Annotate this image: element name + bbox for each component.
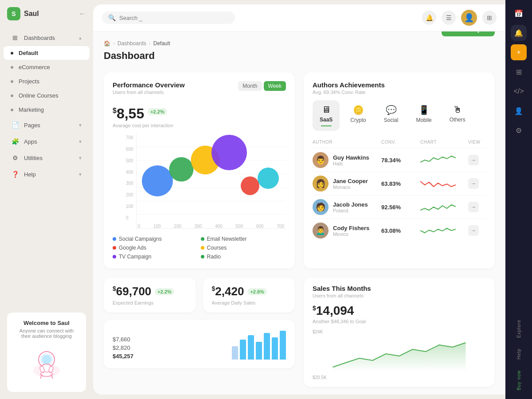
avatar: 👨 bbox=[313, 152, 329, 168]
rail-settings-icon[interactable]: ⚙ bbox=[511, 122, 527, 138]
welcome-subtitle: Anyone can connect with their audience b… bbox=[14, 328, 79, 339]
svg-point-7 bbox=[40, 372, 53, 376]
author-info: 🧑 Jacob Jones Poland bbox=[313, 199, 378, 215]
view-button[interactable]: → bbox=[468, 178, 479, 189]
authors-subtitle: Avg. 69.34% Conv. Rate bbox=[313, 90, 385, 95]
cat-tab-saas[interactable]: 🖥 SaaS bbox=[313, 100, 340, 131]
cat-tab-mobile[interactable]: 📱 Mobile bbox=[409, 100, 438, 131]
rail-user-icon[interactable]: 👤 bbox=[511, 103, 527, 119]
amount-2: $2,820 bbox=[113, 344, 133, 351]
view-button[interactable]: → bbox=[468, 155, 479, 165]
legend-item: Social Campaigns bbox=[113, 236, 198, 242]
nav-dot bbox=[11, 80, 13, 83]
search-box[interactable]: 🔍 bbox=[102, 12, 235, 24]
cat-tab-crypto[interactable]: 🪙 Crypto bbox=[343, 100, 373, 131]
sales-goal: Another $48,346 to Goal bbox=[313, 319, 486, 324]
sidebar-item-help[interactable]: ❓ Help ▼ bbox=[4, 166, 90, 182]
cat-tab-others[interactable]: 🖱 Others bbox=[442, 100, 473, 131]
sparkline-chart bbox=[420, 224, 456, 237]
right-rail: 📅 🔔 + ⊞ </> 👤 ⚙ Explore Help Buy now bbox=[505, 0, 532, 399]
sales-card: Sales This Months Users from all channel… bbox=[304, 278, 495, 387]
author-name: Jane Cooper bbox=[333, 178, 368, 184]
rail-code-icon[interactable]: </> bbox=[511, 83, 527, 99]
cat-tab-social[interactable]: 💬 Social bbox=[377, 100, 406, 131]
sidebar-item-default[interactable]: Default bbox=[4, 46, 90, 60]
app-logo: S bbox=[7, 7, 20, 20]
perf-value: $8,55 bbox=[113, 106, 144, 122]
daily-sales-label: Average Daily Sales bbox=[212, 300, 286, 305]
astronaut-illustration bbox=[24, 344, 69, 379]
rail-notification-icon[interactable]: 🔔 bbox=[511, 25, 527, 41]
daily-sales-card: $2,420 +2.6% Average Daily Sales bbox=[203, 278, 295, 313]
sidebar-item-utilities[interactable]: ⚙ Utilities ▼ bbox=[4, 150, 90, 166]
sidebar-item-ecommerce[interactable]: eCommerce bbox=[4, 60, 90, 74]
author-country: Poland bbox=[333, 208, 368, 213]
active-dot bbox=[11, 52, 13, 55]
legend-item: TV Campaign bbox=[113, 254, 198, 260]
menu-icon[interactable]: ☰ bbox=[442, 11, 456, 25]
breadcrumb: 🏠 › Dashboards › Default bbox=[104, 40, 170, 47]
authors-header: Authors Achievements Avg. 69.34% Conv. R… bbox=[313, 81, 486, 95]
legend-dot bbox=[113, 246, 116, 250]
saas-icon: 🖥 bbox=[322, 105, 331, 115]
rail-grid-icon[interactable]: ⊞ bbox=[511, 64, 527, 80]
sales-sparkline bbox=[313, 336, 486, 372]
table-header: AUTHOR CONV. CHART VIEW bbox=[313, 138, 486, 148]
sidebar-item-apps[interactable]: 🧩 Apps ▼ bbox=[4, 133, 90, 149]
page-content: 🏠 › Dashboards › Default Dashboard Creat… bbox=[93, 31, 505, 395]
view-button[interactable]: → bbox=[468, 202, 479, 212]
pages-icon: 📄 bbox=[11, 121, 20, 129]
sparkline-chart bbox=[420, 153, 456, 167]
sidebar-item-dashboards[interactable]: ⊞ Dashboards ▲ bbox=[4, 30, 90, 46]
breadcrumb-home[interactable]: 🏠 bbox=[104, 40, 110, 47]
bubble-courses bbox=[211, 135, 247, 170]
avatar: 🧑 bbox=[313, 199, 329, 215]
bubble-chart: 0 100 200 300 400 500 600 700 bbox=[136, 133, 286, 229]
welcome-card: Welcome to Saul Anyone can connect with … bbox=[7, 313, 86, 392]
bar bbox=[240, 340, 246, 360]
back-icon[interactable]: ← bbox=[79, 10, 86, 18]
tab-week[interactable]: Week bbox=[264, 81, 286, 91]
sales-subtitle: Users from all channels bbox=[313, 293, 486, 298]
create-project-button[interactable]: Create Project bbox=[442, 31, 495, 36]
earnings-label: Expected Earnings bbox=[113, 300, 187, 305]
sales-value: $14,094 bbox=[313, 304, 354, 318]
explore-label[interactable]: Explore bbox=[516, 316, 521, 341]
daily-sales-badge: +2.6% bbox=[247, 288, 267, 295]
sidebar-item-marketing[interactable]: Marketing bbox=[4, 103, 90, 117]
view-button[interactable]: → bbox=[468, 225, 479, 236]
rail-calendar-icon[interactable]: 📅 bbox=[511, 5, 527, 21]
avatar[interactable]: 👤 bbox=[461, 10, 477, 26]
amount-3: $45,257 bbox=[113, 353, 133, 360]
breadcrumb-dashboards[interactable]: Dashboards bbox=[117, 40, 146, 47]
author-country: Mexico bbox=[333, 231, 369, 237]
tab-month[interactable]: Month bbox=[238, 81, 262, 91]
svg-point-6 bbox=[42, 355, 51, 364]
author-conv: 92.56% bbox=[381, 204, 417, 211]
help-label[interactable]: Help bbox=[516, 345, 521, 363]
earnings-card: $69,700 +2.2% Expected Earnings bbox=[104, 278, 196, 313]
author-name: Guy Hawkins bbox=[333, 154, 369, 161]
notifications-icon[interactable]: 🔔 bbox=[422, 11, 436, 25]
buy-label[interactable]: Buy now bbox=[516, 367, 521, 394]
others-icon: 🖱 bbox=[453, 105, 462, 115]
bar bbox=[264, 333, 270, 360]
sidebar-item-pages[interactable]: 📄 Pages ▼ bbox=[4, 117, 90, 133]
sidebar-item-projects[interactable]: Projects bbox=[4, 74, 90, 88]
legend-item: Email Newsletter bbox=[201, 236, 286, 242]
search-input[interactable] bbox=[119, 15, 208, 21]
sales-chart: $24K $20.5K bbox=[313, 329, 486, 380]
apps-icon: 🧩 bbox=[11, 137, 20, 146]
author-name: Cody Fishers bbox=[333, 225, 369, 231]
avatar: 👩 bbox=[313, 176, 329, 192]
amount-1: $7,660 bbox=[113, 336, 133, 343]
sidebar-item-online-courses[interactable]: Online Courses bbox=[4, 89, 90, 102]
bar bbox=[256, 342, 262, 360]
author-country: Monaco bbox=[333, 184, 368, 190]
rail-add-icon[interactable]: + bbox=[511, 44, 527, 60]
bubble-tv bbox=[241, 176, 259, 195]
bar bbox=[272, 337, 278, 360]
grid-icon[interactable]: ⊞ bbox=[482, 11, 497, 25]
bottom-row: $69,700 +2.2% Expected Earnings $2,420 +… bbox=[104, 278, 495, 387]
performance-card: Performance Overview Users from all chan… bbox=[104, 72, 295, 269]
